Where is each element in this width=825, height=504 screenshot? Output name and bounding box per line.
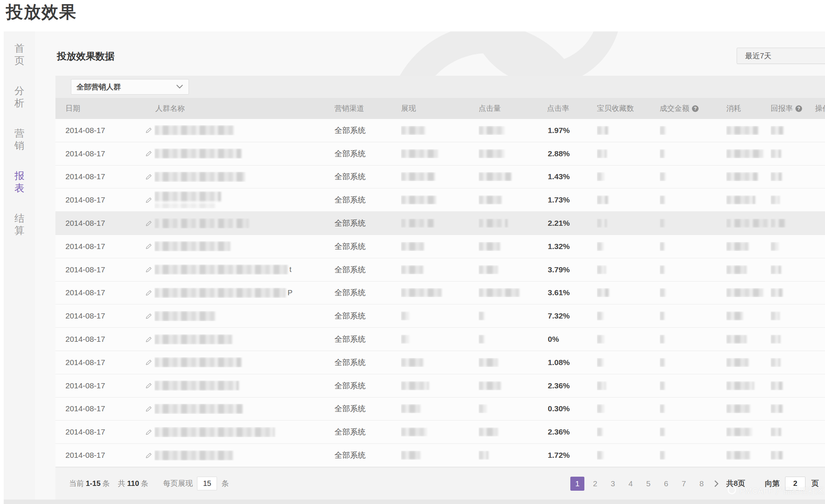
unit-label: 条 bbox=[141, 479, 148, 488]
per-page-input[interactable]: 15 bbox=[197, 477, 217, 490]
help-icon[interactable]: ? bbox=[692, 105, 699, 112]
redacted-clicks bbox=[479, 451, 488, 460]
edit-icon[interactable] bbox=[143, 174, 155, 180]
column-header-name[interactable]: 人群名称 bbox=[143, 103, 335, 113]
page-number[interactable]: 3 bbox=[606, 477, 620, 491]
edit-icon[interactable] bbox=[143, 336, 155, 343]
table-row[interactable]: 2014-08-17 全部系统 1.08% bbox=[55, 351, 825, 374]
edit-icon[interactable] bbox=[143, 359, 155, 365]
edit-icon[interactable] bbox=[143, 452, 155, 459]
sidebar-item-营销[interactable]: 营销 bbox=[14, 127, 26, 152]
column-header-roi[interactable]: 回报率 ? bbox=[771, 103, 815, 113]
table-row[interactable]: 2014-08-17 全部系统 2.21% bbox=[55, 212, 825, 235]
date-range-label: 最近7天 bbox=[745, 51, 771, 61]
sidebar-item-首页[interactable]: 首页 bbox=[14, 42, 26, 67]
edit-icon[interactable] bbox=[143, 313, 155, 319]
channel-cell: 全部系统 bbox=[335, 171, 401, 182]
audience-filter-dropdown[interactable]: 全部营销人群 bbox=[71, 79, 189, 95]
column-header-ctr[interactable]: 点击率 bbox=[547, 103, 597, 113]
edit-icon[interactable] bbox=[143, 220, 155, 227]
page-number[interactable]: 6 bbox=[659, 477, 673, 491]
redacted-roi bbox=[771, 381, 782, 390]
edit-icon[interactable] bbox=[143, 243, 155, 249]
page-number[interactable]: 2 bbox=[588, 477, 602, 491]
goto-page-input[interactable]: 2 bbox=[785, 477, 805, 491]
redacted-impressions bbox=[401, 311, 409, 320]
redacted-name-subline bbox=[155, 203, 215, 208]
redacted-clicks bbox=[479, 381, 501, 390]
redacted-favorites bbox=[597, 195, 608, 204]
audience-name-cell bbox=[155, 381, 335, 391]
sidebar-item-结算[interactable]: 结算 bbox=[14, 212, 26, 237]
table-row[interactable]: 2014-08-17 全部系统 1.43% bbox=[55, 166, 825, 189]
redacted-roi bbox=[771, 149, 781, 158]
table-row[interactable]: 2014-08-17 P 全部系统 3.61% bbox=[55, 282, 825, 305]
redacted-impressions bbox=[401, 172, 435, 181]
redacted-amount bbox=[660, 404, 664, 413]
edit-icon[interactable] bbox=[143, 127, 155, 133]
redacted-favorites bbox=[597, 428, 603, 436]
redacted-spend bbox=[726, 404, 750, 413]
sidebar-item-分析[interactable]: 分析 bbox=[14, 85, 26, 109]
audience-name-cell bbox=[155, 125, 335, 135]
channel-cell: 全部系统 bbox=[335, 334, 401, 344]
redacted-clicks bbox=[479, 265, 498, 274]
redacted-impressions bbox=[401, 358, 423, 367]
date-cell: 2014-08-17 bbox=[55, 404, 143, 413]
chevron-down-icon bbox=[176, 84, 183, 90]
edit-icon[interactable] bbox=[143, 290, 155, 296]
redacted-name bbox=[155, 450, 233, 460]
table-row[interactable]: 2014-08-17 全部系统 7.32% bbox=[55, 304, 825, 328]
table-row[interactable]: 2014-08-17 全部系统 0.30% bbox=[55, 398, 825, 421]
table-row[interactable]: 2014-08-17 全部系统 1.73% bbox=[55, 188, 825, 212]
redacted-clicks bbox=[479, 242, 500, 251]
column-header-spend[interactable]: 消耗 bbox=[726, 103, 771, 113]
page-number[interactable]: 1 bbox=[570, 477, 584, 491]
date-cell: 2014-08-17 bbox=[55, 126, 143, 135]
redacted-favorites bbox=[597, 242, 604, 251]
edit-icon[interactable] bbox=[143, 197, 155, 203]
redacted-roi bbox=[771, 428, 781, 436]
table-row[interactable]: 2014-08-17 全部系统 0% bbox=[55, 328, 825, 351]
page-number[interactable]: 7 bbox=[677, 477, 691, 491]
table-row[interactable]: 2014-08-17 t 全部系统 3.79% bbox=[55, 258, 825, 282]
next-page-icon[interactable] bbox=[714, 480, 719, 487]
channel-cell: 全部系统 bbox=[335, 195, 401, 205]
background-watermark bbox=[329, 31, 632, 76]
page-number[interactable]: 5 bbox=[641, 477, 655, 491]
redacted-impressions bbox=[401, 219, 434, 228]
date-range-button[interactable]: 最近7天 bbox=[737, 48, 825, 64]
column-header-impressions[interactable]: 展现 bbox=[401, 103, 479, 113]
ctr-cell: 1.08% bbox=[547, 358, 597, 367]
ctr-cell: 1.97% bbox=[547, 126, 597, 135]
audience-name-cell bbox=[155, 334, 335, 344]
column-header-clicks[interactable]: 点击量 bbox=[479, 103, 547, 113]
page-number[interactable]: 8 bbox=[695, 477, 709, 491]
column-header-date[interactable]: 日期 bbox=[55, 103, 143, 113]
edit-icon[interactable] bbox=[143, 382, 155, 389]
column-header-channel[interactable]: 营销渠道 bbox=[335, 103, 401, 113]
section-title: 投放效果数据 bbox=[57, 50, 115, 63]
column-header-amount[interactable]: 成交金额 ? bbox=[660, 103, 726, 113]
sidebar-item-报表[interactable]: 报表 bbox=[14, 170, 26, 194]
table-row[interactable]: 2014-08-17 全部系统 1.97% bbox=[55, 119, 825, 142]
column-header-favorites[interactable]: 宝贝收藏数 bbox=[597, 103, 660, 113]
page-number[interactable]: 4 bbox=[624, 477, 638, 491]
table-row[interactable]: 2014-08-17 全部系统 2.36% bbox=[55, 420, 825, 444]
table-row[interactable]: 2014-08-17 全部系统 2.88% bbox=[55, 142, 825, 166]
column-header-actions[interactable]: 操作 bbox=[815, 103, 825, 113]
date-cell: 2014-08-17 bbox=[55, 451, 143, 460]
edit-icon[interactable] bbox=[143, 150, 155, 157]
edit-icon[interactable] bbox=[143, 406, 155, 412]
table-row[interactable]: 2014-08-17 全部系统 1.32% bbox=[55, 235, 825, 258]
table-row[interactable]: 2014-08-17 全部系统 2.36% bbox=[55, 374, 825, 398]
redacted-impressions bbox=[401, 242, 424, 251]
edit-icon[interactable] bbox=[143, 429, 155, 435]
table-row[interactable]: 2014-08-17 全部系统 1.72% bbox=[55, 444, 825, 467]
redacted-amount bbox=[660, 311, 664, 320]
redacted-spend bbox=[726, 172, 758, 181]
ctr-cell: 2.36% bbox=[547, 381, 597, 390]
redacted-roi bbox=[771, 288, 782, 297]
help-icon[interactable]: ? bbox=[795, 105, 802, 112]
edit-icon[interactable] bbox=[143, 266, 155, 273]
